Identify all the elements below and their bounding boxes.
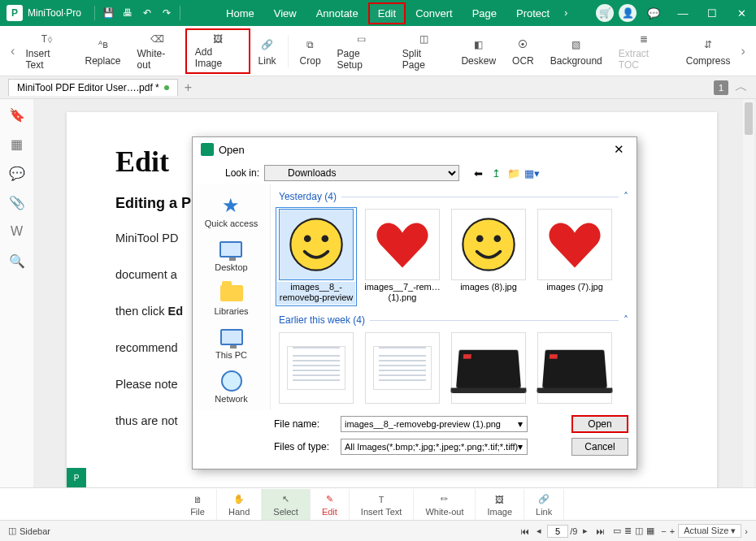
view-book-icon[interactable]: ▦ xyxy=(646,526,654,536)
place-libraries[interactable]: Libraries xyxy=(211,277,251,321)
menu-more-icon[interactable]: › xyxy=(559,7,572,19)
file-item[interactable] xyxy=(277,332,355,404)
comments-icon[interactable]: 💬 xyxy=(8,164,26,182)
file-item[interactable] xyxy=(536,332,614,404)
file-item[interactable] xyxy=(363,332,441,404)
tool-crop[interactable]: ⧉Crop xyxy=(292,28,329,74)
menu-annotate[interactable]: Annotate xyxy=(306,2,368,24)
btool-image[interactable]: 🖼Image xyxy=(476,489,524,520)
new-folder-icon[interactable]: 📁 xyxy=(506,166,521,180)
undo-icon[interactable]: ↶ xyxy=(137,3,157,23)
thumbnails-icon[interactable]: ▦ xyxy=(8,135,26,153)
view-facing-icon[interactable]: ◫ xyxy=(635,526,643,536)
filetype-label: Files of type: xyxy=(274,441,334,452)
cancel-button[interactable]: Cancel xyxy=(571,438,628,456)
place-this-pc[interactable]: This PC xyxy=(212,321,250,365)
zoom-in-button[interactable]: + xyxy=(670,526,675,536)
tool-add-image[interactable]: 🖼Add Image xyxy=(185,28,250,74)
file-item[interactable]: images (8).jpg xyxy=(450,209,528,305)
tool-link[interactable]: 🔗Link xyxy=(250,28,285,74)
tool-ocr[interactable]: ⦿OCR xyxy=(504,28,542,74)
redo-icon[interactable]: ↷ xyxy=(157,3,176,23)
file-item[interactable]: images__8_-removebg-preview (1).png xyxy=(277,209,355,305)
menu-protect[interactable]: Protect xyxy=(506,2,559,24)
ribbon-scroll-right[interactable]: › xyxy=(738,44,748,58)
next-page-button[interactable]: ▸ xyxy=(579,525,592,538)
place-network[interactable]: Network xyxy=(211,365,250,409)
lookin-select[interactable]: Downloads xyxy=(264,165,459,181)
place-quick-access[interactable]: ★Quick access xyxy=(202,189,261,233)
ocr-icon: ⦿ xyxy=(514,36,532,54)
ribbon-scroll-left[interactable]: ‹ xyxy=(8,44,18,58)
menu-edit[interactable]: Edit xyxy=(368,2,406,24)
save-icon[interactable]: 💾 xyxy=(98,3,118,23)
menu-convert[interactable]: Convert xyxy=(406,2,463,24)
view-single-icon[interactable]: ▭ xyxy=(613,526,621,536)
search-icon[interactable]: 🔍 xyxy=(8,252,26,270)
feedback-icon[interactable]: 💬 xyxy=(639,0,668,26)
btool-file[interactable]: 🗎File xyxy=(179,489,217,520)
pager: ⏮ ◂ /9 ▸ ⏭ xyxy=(518,525,606,538)
new-tab-button[interactable]: + xyxy=(185,80,192,95)
nav-up-icon[interactable]: ↥ xyxy=(489,166,503,180)
maximize-button[interactable]: ☐ xyxy=(697,0,727,26)
view-menu-icon[interactable]: ▦▾ xyxy=(524,166,539,180)
collapse-ribbon-icon[interactable]: ︿ xyxy=(735,79,748,96)
place-desktop[interactable]: Desktop xyxy=(211,233,250,277)
nav-back-icon[interactable]: ⬅ xyxy=(471,166,485,180)
btool-whiteout[interactable]: ✏White-out xyxy=(414,489,476,520)
page-number-input[interactable] xyxy=(547,525,568,538)
tool-background[interactable]: ▧Background xyxy=(542,28,610,74)
folder-icon xyxy=(219,282,245,305)
chevron-up-icon[interactable]: ˄ xyxy=(623,314,628,326)
last-page-button[interactable]: ⏭ xyxy=(593,525,606,538)
btool-edit[interactable]: ✎Edit xyxy=(311,489,350,520)
chevron-down-icon[interactable]: ▾ xyxy=(518,441,523,452)
fields-icon[interactable]: W xyxy=(8,223,26,240)
cart-icon[interactable]: 🛒 xyxy=(596,4,614,22)
tool-split-page[interactable]: ◫Split Page xyxy=(394,28,454,74)
filetype-select[interactable] xyxy=(341,439,528,455)
menu-page[interactable]: Page xyxy=(463,2,506,24)
group-earlier[interactable]: Earlier this week (4)˄ xyxy=(277,311,630,329)
btool-link[interactable]: 🔗Link xyxy=(524,489,564,520)
btool-select[interactable]: ↖Select xyxy=(262,489,311,520)
bookmark-icon[interactable]: 🔖 xyxy=(8,106,26,123)
first-page-button[interactable]: ⏮ xyxy=(518,525,531,538)
group-yesterday[interactable]: Yesterday (4)˄ xyxy=(277,188,630,206)
zoom-out-button[interactable]: − xyxy=(661,526,666,536)
attachments-icon[interactable]: 📎 xyxy=(8,193,26,211)
view-continuous-icon[interactable]: ≣ xyxy=(624,526,632,536)
document-tab[interactable]: MiniTool PDF Editor User….pdf * xyxy=(8,79,178,96)
file-item[interactable] xyxy=(450,332,528,404)
zoom-select[interactable]: Actual Size ▾ xyxy=(678,524,741,538)
chevron-up-icon[interactable]: ˄ xyxy=(623,191,628,202)
eraser-icon: ✏ xyxy=(437,492,452,507)
minimize-button[interactable]: — xyxy=(668,0,697,26)
close-button[interactable]: ✕ xyxy=(727,0,756,26)
sidebar-toggle[interactable]: ◫ Sidebar xyxy=(8,526,50,536)
dialog-close-button[interactable]: ✕ xyxy=(609,142,628,157)
btool-hand[interactable]: ✋Hand xyxy=(217,489,262,520)
prev-page-button[interactable]: ◂ xyxy=(532,525,545,538)
toc-icon: ≣ xyxy=(635,32,653,46)
open-button[interactable]: Open xyxy=(571,415,628,433)
tool-deskew[interactable]: ◧Deskew xyxy=(453,28,504,74)
tool-replace[interactable]: ᴬʙReplace xyxy=(77,28,129,74)
btool-insert-text[interactable]: TInsert Text xyxy=(350,489,415,520)
vertical-scrollbar[interactable] xyxy=(743,99,754,496)
chevron-down-icon[interactable]: ▾ xyxy=(518,418,523,430)
menu-view[interactable]: View xyxy=(264,2,306,24)
tool-page-setup[interactable]: ▭Page Setup xyxy=(329,28,394,74)
filename-input[interactable] xyxy=(341,416,528,432)
print-icon[interactable]: 🖶 xyxy=(118,3,137,23)
tool-whiteout[interactable]: ⌫White-out xyxy=(129,28,185,74)
file-item[interactable]: images__7_-rem… (1).png xyxy=(363,209,441,305)
menu-home[interactable]: Home xyxy=(216,2,264,24)
tool-extract-toc: ≣Extract TOC xyxy=(610,28,678,74)
tool-compress[interactable]: ⇵Compress xyxy=(678,28,739,74)
user-icon[interactable]: 👤 xyxy=(619,4,637,22)
tool-insert-text[interactable]: T⎀Insert Text xyxy=(18,28,77,74)
file-item[interactable]: images (7).jpg xyxy=(536,209,614,305)
zoom-more-icon[interactable]: › xyxy=(745,526,748,536)
